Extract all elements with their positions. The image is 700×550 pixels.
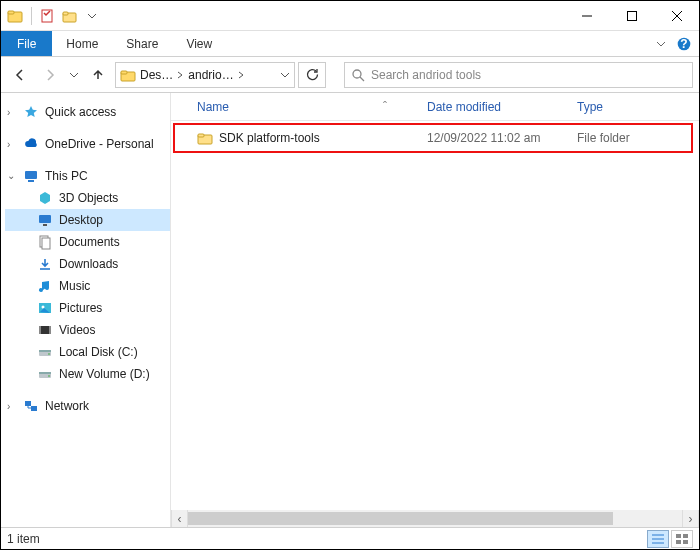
svg-rect-4 [63, 12, 68, 15]
column-headers: Nameˆ Date modified Type [171, 93, 699, 121]
nav-label: Local Disk (C:) [59, 345, 138, 359]
search-icon [351, 68, 365, 82]
nav-documents[interactable]: Documents [5, 231, 170, 253]
tab-view[interactable]: View [172, 31, 226, 56]
svg-rect-41 [683, 534, 688, 538]
chevron-right-icon[interactable]: › [7, 107, 17, 118]
tab-home[interactable]: Home [52, 31, 112, 56]
svg-rect-12 [121, 71, 127, 74]
minimize-button[interactable] [564, 1, 609, 31]
forward-button[interactable] [37, 62, 63, 88]
close-button[interactable] [654, 1, 699, 31]
folder-app-icon [7, 8, 23, 24]
network-icon [23, 398, 39, 414]
svg-rect-40 [676, 534, 681, 538]
chevron-right-icon[interactable]: › [7, 401, 17, 412]
qat-dropdown-icon[interactable] [84, 8, 100, 24]
nav-network[interactable]: › Network [5, 395, 170, 417]
search-box[interactable] [344, 62, 693, 88]
column-date[interactable]: Date modified [427, 100, 577, 114]
file-type: File folder [577, 131, 677, 145]
column-name[interactable]: Nameˆ [197, 100, 427, 114]
cloud-icon [23, 136, 39, 152]
svg-point-32 [48, 375, 50, 377]
thumbnails-view-button[interactable] [671, 530, 693, 548]
svg-rect-18 [43, 224, 47, 226]
nav-desktop[interactable]: Desktop [5, 209, 170, 231]
nav-label: This PC [45, 169, 88, 183]
back-button[interactable] [7, 62, 33, 88]
search-input[interactable] [371, 68, 686, 82]
nav-this-pc[interactable]: ⌄ This PC [5, 165, 170, 187]
recent-dropdown[interactable] [67, 62, 81, 88]
maximize-button[interactable] [609, 1, 654, 31]
horizontal-scrollbar[interactable]: ‹ › [171, 510, 699, 527]
column-type[interactable]: Type [577, 100, 677, 114]
address-bar[interactable]: Des… andrio… [115, 62, 295, 88]
nav-videos[interactable]: Videos [5, 319, 170, 341]
nav-label: OneDrive - Personal [45, 137, 154, 151]
nav-new-volume[interactable]: New Volume (D:) [5, 363, 170, 385]
nav-label: Network [45, 399, 89, 413]
nav-label: Music [59, 279, 90, 293]
svg-rect-26 [49, 326, 51, 334]
scroll-left-button[interactable]: ‹ [171, 510, 188, 527]
nav-bar: Des… andrio… [1, 57, 699, 93]
svg-rect-31 [39, 372, 51, 374]
nav-downloads[interactable]: Downloads [5, 253, 170, 275]
refresh-button[interactable] [298, 62, 326, 88]
item-count: 1 item [7, 532, 40, 546]
file-name: SDK platform-tools [219, 131, 320, 145]
desktop-icon [37, 212, 53, 228]
breadcrumb-seg[interactable]: andrio… [188, 68, 244, 82]
svg-rect-1 [8, 11, 14, 14]
nav-pictures[interactable]: Pictures [5, 297, 170, 319]
svg-rect-25 [39, 326, 41, 334]
nav-label: 3D Objects [59, 191, 118, 205]
svg-rect-42 [676, 540, 681, 544]
scroll-right-button[interactable]: › [682, 510, 699, 527]
cube-icon [37, 190, 53, 206]
tab-file[interactable]: File [1, 31, 52, 56]
sort-indicator-icon: ˆ [383, 100, 387, 114]
up-button[interactable] [85, 62, 111, 88]
svg-rect-43 [683, 540, 688, 544]
videos-icon [37, 322, 53, 338]
nav-label: Pictures [59, 301, 102, 315]
scroll-thumb[interactable] [188, 512, 613, 525]
qat-separator [31, 7, 32, 25]
chevron-right-icon[interactable]: › [7, 139, 17, 150]
nav-music[interactable]: Music [5, 275, 170, 297]
new-folder-icon[interactable] [62, 8, 78, 24]
drive-icon [37, 344, 53, 360]
svg-line-14 [360, 77, 364, 81]
nav-onedrive[interactable]: › OneDrive - Personal [5, 133, 170, 155]
help-icon[interactable]: ? [677, 37, 691, 51]
svg-rect-16 [28, 180, 34, 182]
title-bar [1, 1, 699, 31]
nav-label: Downloads [59, 257, 118, 271]
nav-label: Videos [59, 323, 95, 337]
nav-3d-objects[interactable]: 3D Objects [5, 187, 170, 209]
svg-rect-17 [39, 215, 51, 223]
properties-icon[interactable] [40, 8, 56, 24]
address-dropdown-icon[interactable] [280, 70, 290, 80]
highlight-annotation: SDK platform-tools 12/09/2022 11:02 am F… [173, 123, 693, 153]
nav-label: Desktop [59, 213, 103, 227]
svg-rect-20 [42, 238, 50, 249]
nav-label: Documents [59, 235, 120, 249]
documents-icon [37, 234, 53, 250]
folder-icon [120, 67, 136, 83]
file-list: Nameˆ Date modified Type SDK platform-to… [171, 93, 699, 527]
nav-label: New Volume (D:) [59, 367, 150, 381]
nav-quick-access[interactable]: › Quick access [5, 101, 170, 123]
details-view-button[interactable] [647, 530, 669, 548]
nav-local-disk[interactable]: Local Disk (C:) [5, 341, 170, 363]
tab-share[interactable]: Share [112, 31, 172, 56]
chevron-down-icon[interactable]: ⌄ [7, 170, 17, 181]
ribbon-collapse-icon[interactable] [655, 38, 667, 50]
svg-point-13 [353, 70, 361, 78]
drive-icon [37, 366, 53, 382]
breadcrumb-seg[interactable]: Des… [140, 68, 184, 82]
table-row[interactable]: SDK platform-tools 12/09/2022 11:02 am F… [175, 125, 691, 151]
